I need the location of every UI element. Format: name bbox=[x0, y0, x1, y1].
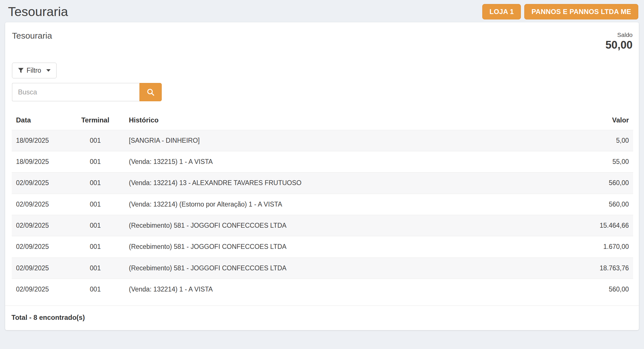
cell-terminal: 001 bbox=[66, 194, 125, 215]
search-group bbox=[12, 83, 162, 101]
cell-valor: 18.763,76 bbox=[566, 257, 633, 279]
cell-historico: (Venda: 132215) 1 - A VISTA bbox=[125, 151, 566, 172]
cell-historico: (Venda: 132214) 1 - A VISTA bbox=[125, 279, 566, 300]
cell-valor: 1.670,00 bbox=[566, 236, 633, 257]
cell-data: 02/09/2025 bbox=[12, 257, 66, 279]
cell-valor: 5,00 bbox=[566, 130, 633, 151]
store-button[interactable]: LOJA 1 bbox=[482, 4, 521, 19]
cell-historico: (Venda: 132214) 13 - ALEXANDRE TAVARES F… bbox=[125, 172, 566, 194]
table-footer-total: Total - 8 encontrado(s) bbox=[5, 306, 639, 330]
table-row: 02/09/2025001(Venda: 132214) (Estorno po… bbox=[12, 194, 633, 215]
cell-terminal: 001 bbox=[66, 215, 125, 236]
filter-dropdown-button[interactable]: Filtro bbox=[12, 63, 57, 78]
table-row: 02/09/2025001(Recebimento) 581 - JOGGOFI… bbox=[12, 257, 633, 279]
topbar: Tesouraria LOJA 1 PANNOS E PANNOS LTDA M… bbox=[0, 0, 644, 19]
column-header-historico: Histórico bbox=[125, 113, 566, 130]
cell-data: 02/09/2025 bbox=[12, 236, 66, 257]
search-input[interactable] bbox=[12, 83, 139, 101]
search-button[interactable] bbox=[139, 83, 162, 101]
cell-historico: (Recebimento) 581 - JOGGOFI CONFECCOES L… bbox=[125, 257, 566, 279]
cell-historico: (Recebimento) 581 - JOGGOFI CONFECCOES L… bbox=[125, 215, 566, 236]
table-row: 02/09/2025001(Recebimento) 581 - JOGGOFI… bbox=[12, 215, 633, 236]
cell-terminal: 001 bbox=[66, 257, 125, 279]
cell-terminal: 001 bbox=[66, 279, 125, 300]
search-row bbox=[5, 83, 639, 101]
table-row: 02/09/2025001(Recebimento) 581 - JOGGOFI… bbox=[12, 236, 633, 257]
cell-valor: 15.464,66 bbox=[566, 215, 633, 236]
cell-valor: 560,00 bbox=[566, 279, 633, 300]
cell-data: 18/09/2025 bbox=[12, 130, 66, 151]
page-title: Tesouraria bbox=[8, 4, 68, 19]
cell-terminal: 001 bbox=[66, 130, 125, 151]
cell-data: 02/09/2025 bbox=[12, 215, 66, 236]
saldo-label: Saldo bbox=[605, 31, 633, 39]
cell-terminal: 001 bbox=[66, 172, 125, 194]
chevron-down-icon bbox=[46, 69, 51, 72]
column-header-data: Data bbox=[12, 113, 66, 130]
tesouraria-card: Tesouraria Saldo 50,00 Filtro bbox=[5, 22, 639, 330]
cell-data: 02/09/2025 bbox=[12, 279, 66, 300]
company-button[interactable]: PANNOS E PANNOS LTDA ME bbox=[524, 4, 638, 19]
cell-data: 18/09/2025 bbox=[12, 151, 66, 172]
cell-data: 02/09/2025 bbox=[12, 194, 66, 215]
transactions-table: Data Terminal Histórico Valor 18/09/2025… bbox=[12, 113, 633, 300]
transactions-table-wrap: Data Terminal Histórico Valor 18/09/2025… bbox=[5, 113, 639, 300]
cell-historico: (Venda: 132214) (Estorno por Alteração) … bbox=[125, 194, 566, 215]
filter-row: Filtro bbox=[5, 63, 639, 78]
cell-data: 02/09/2025 bbox=[12, 172, 66, 194]
card-title: Tesouraria bbox=[12, 31, 52, 41]
saldo-block: Saldo 50,00 bbox=[605, 31, 633, 52]
cell-valor: 55,00 bbox=[566, 151, 633, 172]
cell-valor: 560,00 bbox=[566, 172, 633, 194]
column-header-valor: Valor bbox=[566, 113, 633, 130]
table-header-row: Data Terminal Histórico Valor bbox=[12, 113, 633, 130]
top-buttons: LOJA 1 PANNOS E PANNOS LTDA ME bbox=[482, 4, 638, 19]
search-icon bbox=[146, 88, 155, 96]
column-header-terminal: Terminal bbox=[66, 113, 125, 130]
cell-terminal: 001 bbox=[66, 236, 125, 257]
table-row: 02/09/2025001(Venda: 132214) 13 - ALEXAN… bbox=[12, 172, 633, 194]
cell-historico: [SANGRIA - DINHEIRO] bbox=[125, 130, 566, 151]
table-row: 18/09/2025001(Venda: 132215) 1 - A VISTA… bbox=[12, 151, 633, 172]
cell-historico: (Recebimento) 581 - JOGGOFI CONFECCOES L… bbox=[125, 236, 566, 257]
table-body: 18/09/2025001[SANGRIA - DINHEIRO]5,0018/… bbox=[12, 130, 633, 300]
funnel-icon bbox=[18, 68, 24, 73]
filter-label: Filtro bbox=[27, 67, 41, 74]
cell-terminal: 001 bbox=[66, 151, 125, 172]
table-row: 02/09/2025001(Venda: 132214) 1 - A VISTA… bbox=[12, 279, 633, 300]
saldo-value: 50,00 bbox=[605, 39, 633, 52]
cell-valor: 560,00 bbox=[566, 194, 633, 215]
card-header: Tesouraria Saldo 50,00 bbox=[5, 31, 639, 52]
table-row: 18/09/2025001[SANGRIA - DINHEIRO]5,00 bbox=[12, 130, 633, 151]
